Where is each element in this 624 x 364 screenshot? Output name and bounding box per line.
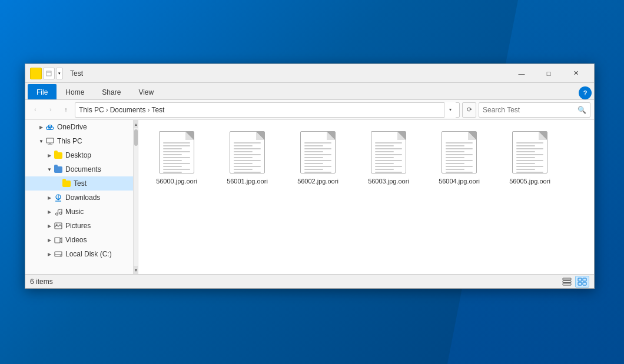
doc-line (163, 166, 182, 167)
doc-line (234, 154, 261, 155)
svg-rect-7 (48, 144, 52, 145)
path-sep-1: › (106, 106, 108, 114)
doc-line (304, 163, 323, 164)
doc-line (446, 142, 473, 143)
doc-line (375, 166, 402, 167)
pc-icon (45, 136, 55, 146)
file-item-4[interactable]: 56004.jpg.oori (427, 126, 492, 191)
qa-white-btn[interactable] (43, 68, 55, 79)
tab-file[interactable]: File (28, 84, 57, 99)
address-path[interactable]: This PC › Documents › Test ▾ (75, 102, 460, 118)
file-icon-1 (230, 131, 265, 173)
doc-line (446, 160, 473, 161)
doc-line (375, 154, 402, 155)
sidebar-item-test[interactable]: ▶ Test (25, 176, 138, 191)
sidebar: ▶ OneDrive ▼ This PC ▶ Desktop (25, 120, 138, 274)
search-icon-button[interactable]: 🔍 (577, 106, 586, 114)
sidebar-item-desktop[interactable]: ▶ Desktop (25, 148, 138, 162)
back-button[interactable]: ‹ (29, 103, 42, 116)
expand-downloads: ▶ (45, 193, 54, 202)
file-item-5[interactable]: 56005.jpg.oori (497, 126, 562, 191)
doc-line (446, 154, 473, 155)
expand-documents: ▼ (45, 165, 54, 173)
sidebar-label-test: Test (74, 179, 87, 188)
sidebar-item-music[interactable]: ▶ Music (25, 205, 138, 219)
file-icon-5 (512, 131, 547, 173)
doc-line (446, 145, 464, 146)
doc-line (375, 172, 402, 173)
explorer-window: ▾ Test — □ ✕ File Home Share View ? ‹ › … (25, 64, 595, 289)
music-icon (54, 207, 63, 216)
doc-line (516, 169, 535, 170)
svg-rect-28 (583, 282, 586, 285)
doc-line (304, 157, 323, 158)
file-name-2: 56002.jpg.oori (297, 177, 338, 185)
sidebar-scrollbar: ▲ ▼ (133, 120, 138, 274)
path-part-pc: This PC (79, 106, 104, 114)
path-sep-2: › (147, 106, 150, 114)
file-name-0: 56000.jpg.oori (156, 177, 197, 185)
maximize-button[interactable]: □ (535, 64, 562, 83)
sidebar-item-pictures[interactable]: ▶ Pictures (25, 219, 138, 233)
view-buttons (560, 276, 589, 288)
svg-rect-26 (583, 278, 586, 281)
qa-folder-btn[interactable] (30, 68, 42, 79)
help-button[interactable]: ? (579, 86, 592, 99)
svg-line-15 (58, 209, 62, 210)
sidebar-label-music: Music (65, 208, 84, 216)
videos-icon (54, 235, 63, 245)
sidebar-scroll-down[interactable]: ▼ (134, 266, 138, 274)
svg-rect-22 (563, 278, 571, 280)
svg-rect-23 (563, 280, 571, 282)
tab-view[interactable]: View (130, 84, 162, 99)
doc-line (446, 169, 464, 170)
sidebar-item-onedrive[interactable]: ▶ OneDrive (25, 120, 138, 134)
sidebar-label-videos: Videos (65, 236, 87, 244)
sidebar-item-videos[interactable]: ▶ Videos (25, 233, 138, 247)
doc-lines-1 (234, 142, 261, 173)
sidebar-label-thispc: This PC (57, 137, 82, 145)
file-item-3[interactable]: 56003.jpg.oori (356, 126, 421, 191)
file-item-1[interactable]: 56001.jpg.oori (215, 126, 280, 191)
file-content: 56000.jpg.oori (138, 120, 594, 274)
refresh-button[interactable]: ⟳ (462, 102, 476, 118)
file-item-0[interactable]: 56000.jpg.oori (144, 126, 209, 191)
forward-button[interactable]: › (44, 103, 57, 116)
large-icon-view-button[interactable] (575, 276, 589, 288)
svg-rect-27 (578, 282, 582, 285)
onedrive-icon (45, 122, 55, 132)
svg-rect-0 (47, 71, 51, 76)
doc-line (375, 160, 402, 161)
doc-line (163, 145, 190, 146)
path-dropdown-button[interactable]: ▾ (444, 102, 456, 118)
sidebar-item-documents[interactable]: ▼ Documents (25, 162, 138, 176)
doc-lines-0 (163, 142, 190, 173)
file-item-2[interactable]: 56002.jpg.oori (286, 126, 350, 191)
list-view-button[interactable] (560, 276, 574, 288)
doc-line (163, 163, 190, 164)
sidebar-scroll-up[interactable]: ▲ (134, 120, 138, 128)
expand-desktop: ▶ (45, 151, 54, 159)
expand-onedrive: ▶ (37, 123, 45, 131)
tab-share[interactable]: Share (93, 84, 130, 99)
doc-line (516, 172, 543, 173)
doc-line (375, 145, 394, 146)
doc-line (516, 163, 535, 164)
minimize-button[interactable]: — (508, 64, 535, 83)
addressbar: ‹ › ↑ This PC › Documents › Test ▾ ⟳ 🔍 (25, 100, 594, 120)
up-button[interactable]: ↑ (59, 103, 72, 116)
file-name-4: 56004.jpg.oori (439, 177, 480, 185)
sidebar-item-downloads[interactable]: ▶ Downloads (25, 191, 138, 205)
doc-line (234, 151, 253, 152)
expand-localdisk: ▶ (45, 250, 54, 258)
file-icon-0 (159, 131, 194, 173)
tab-home[interactable]: Home (57, 84, 93, 99)
sidebar-scrollbar-thumb (134, 129, 138, 146)
doc-line (446, 151, 464, 152)
sidebar-item-localdisk[interactable]: ▶ Local Disk (C:) (25, 247, 138, 261)
close-button[interactable]: ✕ (562, 64, 589, 83)
qa-dropdown-btn[interactable]: ▾ (56, 68, 63, 79)
search-input[interactable] (483, 106, 577, 114)
doc-line (304, 166, 331, 167)
sidebar-item-thispc[interactable]: ▼ This PC (25, 134, 138, 148)
